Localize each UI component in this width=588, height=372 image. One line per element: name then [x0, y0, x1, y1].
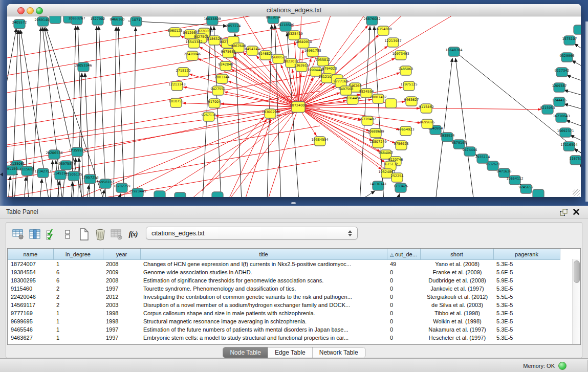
table-row[interactable]: 911546021997Tourette syndrome. Phenomeno… — [8, 285, 560, 293]
network-node[interactable]: 1527902 — [91, 16, 105, 25]
network-node[interactable]: 18300295 — [262, 109, 278, 118]
column-header-pagerank[interactable]: pagerank — [493, 249, 560, 260]
network-node[interactable]: 8454743 — [245, 46, 260, 55]
network-node[interactable]: 19218506 — [277, 22, 294, 31]
network-node[interactable]: 8215953 — [540, 105, 555, 114]
splitter-handle[interactable] — [291, 202, 296, 204]
network-node[interactable]: 12213343 — [168, 81, 185, 91]
network-node[interactable]: 9897587 — [59, 161, 74, 170]
network-node[interactable]: 16961758 — [304, 48, 321, 57]
window-resize-grip-icon[interactable] — [573, 189, 580, 196]
table-row[interactable]: 977716911998Corpus callosum shape and si… — [8, 309, 560, 317]
network-node[interactable]: 9245652 — [519, 184, 534, 193]
table-row[interactable]: 1830029562008Estimation of significance … — [8, 276, 560, 285]
column-header-out_degree[interactable]: △out_de... — [387, 249, 420, 260]
network-node[interactable]: 20053346 — [75, 62, 92, 72]
network-node[interactable]: 12342757 — [34, 168, 51, 178]
table-row[interactable]: 2242004622012Investigating the contribut… — [8, 293, 560, 301]
network-node[interactable]: 16543382 — [185, 39, 202, 48]
network-node-hub[interactable]: 18724007 — [290, 102, 307, 113]
network-node[interactable]: 10654112 — [506, 176, 523, 185]
network-node[interactable]: 7955812 — [316, 57, 331, 66]
network-node[interactable]: 16782759 — [113, 183, 130, 192]
network-node[interactable]: 7857224 — [226, 23, 241, 32]
column-header-short[interactable]: short — [420, 249, 493, 260]
network-node[interactable]: 2803144 — [215, 74, 230, 83]
network-node[interactable]: 6794023 — [322, 65, 337, 75]
table-row[interactable]: 1456911722003Disruption of a novel membe… — [8, 301, 560, 309]
table-selector-dropdown[interactable]: citations_edges.txt — [146, 227, 358, 239]
table-settings-icon[interactable] — [10, 227, 27, 242]
network-node[interactable]: 116753 — [570, 156, 581, 165]
network-node[interactable]: 12975125 — [400, 81, 417, 91]
memory-ok-indicator[interactable] — [558, 362, 567, 370]
column-header-in_degree[interactable]: in_degree — [53, 249, 103, 260]
network-node[interactable]: 9267110 — [202, 112, 216, 121]
panel-collapse-arrow-icon[interactable] — [0, 172, 3, 177]
network-node[interactable]: 252254 — [391, 173, 404, 182]
close-panel-icon[interactable] — [573, 208, 580, 215]
network-node[interactable]: 1209387 — [552, 83, 567, 92]
network-node[interactable]: 10688609 — [367, 128, 384, 138]
network-node[interactable]: 9329966 — [560, 53, 575, 62]
network-node[interactable]: 18807249 — [369, 139, 386, 148]
column-header-year[interactable]: year — [103, 249, 140, 260]
function-builder-icon[interactable]: f(x) — [125, 227, 141, 242]
network-node[interactable]: 17359924 — [69, 147, 85, 157]
tab-network-table[interactable]: Network Table — [312, 347, 365, 358]
network-node[interactable]: 18640910 — [295, 39, 312, 48]
network-node[interactable]: 12505135 — [65, 171, 82, 181]
network-node[interactable]: 2405572 — [12, 19, 27, 29]
network-node[interactable]: 20206536 — [46, 150, 62, 159]
table-row[interactable]: 946554611997Estimation of the future num… — [8, 325, 560, 334]
network-canvas[interactable]: 2405572206914061065326715279028466160107… — [7, 16, 581, 197]
network-node[interactable]: 22420046 — [184, 51, 201, 60]
network-node[interactable]: 1071 — [130, 17, 142, 26]
network-node[interactable]: 9463627 — [404, 97, 419, 106]
network-node[interactable]: 9675685 — [221, 49, 236, 58]
tab-node-table[interactable]: Node Table — [223, 347, 268, 358]
network-node[interactable]: 9699695 — [420, 119, 435, 128]
network-node[interactable]: 917004 — [208, 99, 221, 108]
network-node[interactable]: 1733426 — [394, 183, 408, 192]
network-node[interactable]: 8813054 — [266, 16, 281, 24]
network-node[interactable]: 391159 — [7, 166, 17, 175]
network-node[interactable]: 16648784 — [445, 47, 462, 56]
network-node[interactable]: 12923445 — [129, 188, 146, 197]
network-graph[interactable]: 2405572206914061065326715279028466160107… — [7, 16, 581, 197]
network-node[interactable]: 17957253 — [81, 174, 98, 184]
network-node[interactable]: 12213987 — [384, 38, 401, 47]
network-node[interactable]: 10807487 — [369, 94, 386, 103]
network-node[interactable]: 6497568 — [339, 86, 354, 95]
network-node[interactable] — [212, 192, 223, 197]
network-node[interactable]: 16154808 — [375, 26, 391, 35]
network-node[interactable]: 2718120 — [176, 68, 191, 77]
tab-edge-table[interactable]: Edge Table — [268, 347, 312, 358]
network-window-titlebar[interactable]: citations_edges.txt — [7, 4, 581, 16]
network-node[interactable]: 9756928 — [394, 141, 409, 150]
network-node[interactable]: 8960123 — [168, 28, 183, 37]
network-node[interactable]: 9242848 — [219, 61, 233, 71]
delete-entry-icon[interactable] — [92, 227, 108, 242]
network-node[interactable]: 1810755 — [169, 98, 184, 107]
network-node[interactable] — [574, 25, 581, 34]
network-node[interactable] — [50, 16, 61, 24]
row-height-icon[interactable] — [59, 227, 76, 242]
network-node[interactable]: 20691406 — [34, 17, 51, 26]
network-node[interactable]: 14136141 — [369, 181, 386, 190]
column-header-title[interactable]: title — [140, 249, 387, 260]
column-header-name[interactable]: name — [8, 249, 53, 260]
network-node[interactable]: 9227342 — [555, 68, 570, 77]
network-node[interactable]: 15325419 — [286, 31, 302, 40]
float-panel-icon[interactable] — [560, 209, 568, 216]
network-node[interactable]: 9427552 — [211, 86, 226, 95]
network-node[interactable]: 8466160 — [110, 16, 125, 26]
select-columns-icon[interactable] — [27, 227, 43, 242]
network-node[interactable]: 1575107 — [562, 36, 577, 45]
network-node[interactable] — [385, 99, 397, 108]
table-row[interactable]: 1872400712008Changes of HCN gene express… — [8, 260, 560, 269]
network-node[interactable]: 9115460 — [419, 104, 434, 113]
table-row[interactable]: 1938455462009Genome-wide association stu… — [8, 268, 560, 276]
table-scrollbar[interactable] — [572, 259, 580, 344]
select-all-icon[interactable] — [43, 227, 59, 242]
